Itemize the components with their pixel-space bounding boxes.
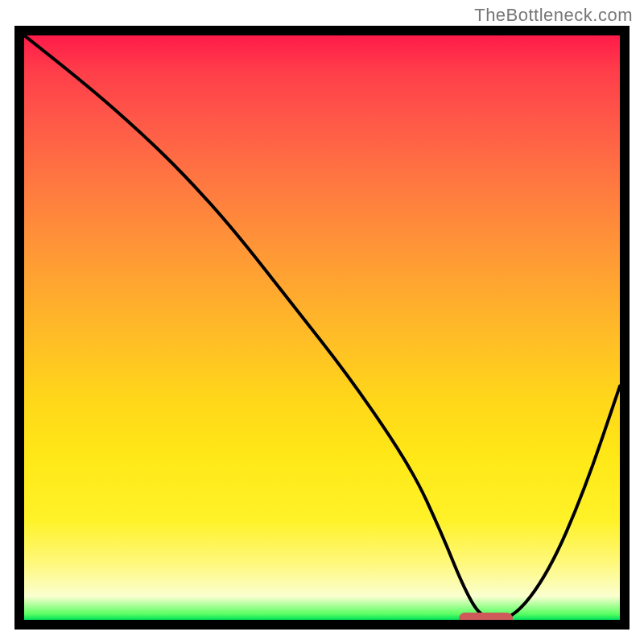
optimal-marker xyxy=(459,613,513,620)
plot-area xyxy=(24,35,620,620)
chart-root: TheBottleneck.com xyxy=(0,0,644,644)
watermark-text: TheBottleneck.com xyxy=(474,5,633,26)
plot-frame xyxy=(14,26,630,630)
gradient-background xyxy=(24,35,620,620)
